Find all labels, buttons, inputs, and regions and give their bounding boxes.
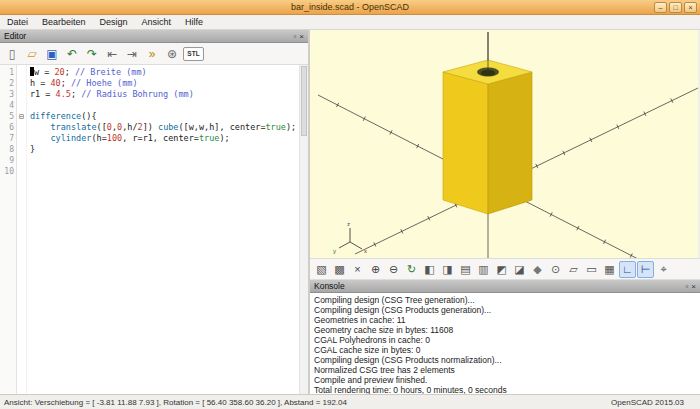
line-number: 5: [0, 111, 14, 122]
zoom-out-icon[interactable]: ⊖: [385, 261, 402, 278]
code-token: cube: [158, 122, 178, 132]
console-line: CGAL Polyhedrons in cache: 0: [314, 335, 696, 345]
open-file-icon[interactable]: ▱: [23, 45, 41, 63]
code-token: ([: [97, 122, 107, 132]
unindent-icon[interactable]: ⇤: [103, 45, 121, 63]
code-token: ([w,w,h], center=: [179, 122, 266, 132]
fold-cell: [17, 133, 26, 144]
fold-margin[interactable]: ⊟: [17, 65, 27, 394]
show-crosshairs-icon[interactable]: ⌖: [655, 261, 672, 278]
code-token: [30, 122, 50, 132]
code-token: 40: [50, 78, 60, 88]
show-scale-icon[interactable]: ⊢: [637, 261, 654, 278]
axis-label-y: y: [333, 248, 336, 254]
show-axes-icon[interactable]: ∟: [619, 261, 636, 278]
code-token: // Breite (mm): [75, 67, 147, 77]
code-line[interactable]: w = 20; // Breite (mm): [30, 67, 308, 78]
code-line[interactable]: [30, 166, 308, 177]
save-icon[interactable]: ▣: [43, 45, 61, 63]
fold-cell: [17, 166, 26, 177]
view-all-icon[interactable]: ×: [349, 261, 366, 278]
console-line: Compiling design (CSG Products normaliza…: [314, 355, 696, 365]
code-editor[interactable]: 12345678910 ⊟ w = 20; // Breite (mm)h = …: [0, 65, 308, 394]
view-right-icon[interactable]: ◨: [439, 261, 456, 278]
view-top-icon[interactable]: ▤: [457, 261, 474, 278]
reset-view-icon[interactable]: ↻: [403, 261, 420, 278]
new-file-icon[interactable]: ▯: [3, 45, 21, 63]
title-bar[interactable]: bar_inside.scad - OpenSCAD – □ ×: [0, 0, 700, 15]
perspective-icon[interactable]: ▱: [565, 261, 582, 278]
code-token: true: [199, 133, 219, 143]
menu-design[interactable]: Design: [93, 16, 135, 28]
render-icon[interactable]: ⊛: [163, 45, 181, 63]
code-line[interactable]: difference(){: [30, 111, 308, 122]
redo-icon[interactable]: ↷: [83, 45, 101, 63]
undo-icon[interactable]: ↶: [63, 45, 81, 63]
console-line: Normalized CSG tree has 2 elements: [314, 365, 696, 375]
minimize-button[interactable]: –: [654, 2, 667, 13]
code-token: // Radius Bohrung (mm): [81, 89, 194, 99]
menu-ansicht[interactable]: Ansicht: [135, 16, 179, 28]
view-diagonal-icon[interactable]: ◆: [529, 261, 546, 278]
console-float-icon[interactable]: ▫: [685, 282, 688, 291]
console-line: Compile and preview finished.: [314, 375, 696, 385]
console-dock-title[interactable]: Konsole ▫ ×: [310, 280, 700, 293]
fold-cell: [17, 78, 26, 89]
view-front-icon[interactable]: ◩: [493, 261, 510, 278]
status-bar: Ansicht: Verschiebung = [ -3.81 11.88 7.…: [0, 394, 700, 409]
console-dock-label: Konsole: [314, 281, 345, 291]
indent-icon[interactable]: ⇥: [123, 45, 141, 63]
fold-cell: [17, 89, 26, 100]
console-line: Geometry cache size in bytes: 11608: [314, 325, 696, 335]
maximize-button[interactable]: □: [669, 2, 682, 13]
console-output: Compiling design (CSG Tree generation)..…: [310, 293, 700, 394]
show-edges-icon[interactable]: ▦: [601, 261, 618, 278]
export-stl-icon[interactable]: STL: [183, 47, 204, 61]
axis-label-z: z: [347, 221, 350, 227]
line-number: 3: [0, 89, 14, 100]
code-line[interactable]: [30, 100, 308, 111]
viewport-3d[interactable]: z x y: [310, 30, 700, 258]
view-center-icon[interactable]: ⊙: [547, 261, 564, 278]
line-number: 1: [0, 67, 14, 78]
view-bottom-icon[interactable]: ▥: [475, 261, 492, 278]
editor-dock-title[interactable]: Editor ▫ ×: [0, 30, 308, 43]
code-line[interactable]: [30, 155, 308, 166]
close-button[interactable]: ×: [684, 2, 697, 13]
console-close-icon[interactable]: ×: [691, 282, 696, 291]
preview-icon[interactable]: »: [143, 45, 161, 63]
line-number: 2: [0, 78, 14, 89]
window-title: bar_inside.scad - OpenSCAD: [0, 2, 700, 12]
view-back-icon[interactable]: ◪: [511, 261, 528, 278]
code-line[interactable]: h = 40; // Hoehe (mm): [30, 78, 308, 89]
fold-marker-icon[interactable]: ⊟: [17, 111, 26, 122]
editor-close-icon[interactable]: ×: [299, 32, 304, 41]
window-buttons: – □ ×: [654, 2, 700, 13]
code-token: (h=: [91, 133, 106, 143]
code-line[interactable]: }: [30, 144, 308, 155]
code-line[interactable]: translate([0,0,h/2]) cube([w,w,h], cente…: [30, 122, 308, 133]
status-view-info: Ansicht: Verschiebung = [ -3.81 11.88 7.…: [4, 398, 611, 407]
render-icon[interactable]: ▩: [331, 261, 348, 278]
menu-hilfe[interactable]: Hilfe: [178, 16, 210, 28]
code-token: [30, 133, 50, 143]
menu-datei[interactable]: Datei: [0, 16, 35, 28]
code-token: 100: [107, 133, 122, 143]
zoom-in-icon[interactable]: ⊕: [367, 261, 384, 278]
code-line[interactable]: cylinder(h=100, r=r1, center=true);: [30, 133, 308, 144]
orthogonal-icon[interactable]: ▭: [583, 261, 600, 278]
box-left-face: [443, 72, 488, 214]
menu-bearbeiten[interactable]: Bearbeiten: [35, 16, 93, 28]
code-line[interactable]: r1 = 4.5; // Radius Bohrung (mm): [30, 89, 308, 100]
preview-icon[interactable]: ▧: [313, 261, 330, 278]
code-token: 20: [54, 67, 64, 77]
code-token: (){: [81, 111, 96, 121]
editor-float-icon[interactable]: ▫: [293, 32, 296, 41]
code-lines[interactable]: w = 20; // Breite (mm)h = 40; // Hoehe (…: [27, 65, 308, 394]
editor-scrollbar[interactable]: [299, 65, 308, 394]
view-left-icon[interactable]: ◧: [421, 261, 438, 278]
line-number: 7: [0, 133, 14, 144]
line-number: 8: [0, 144, 14, 155]
code-token: r1 =: [30, 89, 56, 99]
editor-scrollbar-thumb[interactable]: [301, 66, 307, 136]
